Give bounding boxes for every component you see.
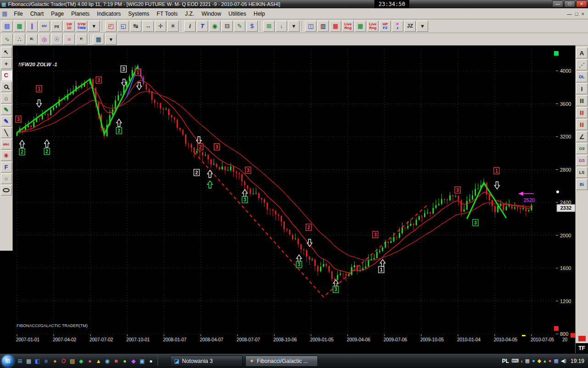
toolbar-asterisk-icon[interactable]: ✳	[167, 21, 179, 32]
bank-tool[interactable]: ⌂	[1, 93, 12, 104]
toolbar-wave-icon[interactable]: ∿	[1, 34, 13, 45]
toolbar-volume-icon[interactable]: ↓	[276, 21, 287, 32]
quicklaunch-icon-5[interactable]: ●	[51, 356, 59, 366]
quicklaunch-icon-2[interactable]: ▦	[24, 356, 33, 366]
menu-item-indicators[interactable]: Indicators	[93, 10, 124, 18]
text-abc-tool[interactable]: abc	[1, 139, 12, 150]
bars-black-tool[interactable]: ∥∥	[576, 95, 588, 106]
astro-a-tool[interactable]: A	[576, 47, 588, 58]
quicklaunch-icon-3[interactable]: ◧	[33, 356, 42, 366]
i-channel-tool[interactable]: I	[576, 83, 588, 94]
toolbar-hp-fz-icon[interactable]: HPFZ	[379, 21, 391, 32]
quicklaunch-icon-1[interactable]: ⊞	[16, 356, 24, 366]
circle-tool[interactable]: ○	[1, 173, 12, 184]
toolbar-page-label-icon[interactable]: pg	[51, 21, 62, 32]
tray-chevron[interactable]: ‹	[521, 358, 523, 364]
quicklaunch-icon-10[interactable]: ▲	[94, 356, 103, 366]
close-button[interactable]: ×	[576, 0, 587, 7]
toolbar-candle-page-icon[interactable]: ▥	[317, 21, 329, 32]
pencil-blue-tool[interactable]: ✎	[1, 116, 12, 126]
menu-item-window[interactable]: Window	[198, 10, 225, 18]
menu-item-j-z-[interactable]: J.Z.	[181, 10, 198, 18]
toolbar-planet-icon[interactable]: ☉	[51, 34, 62, 45]
toolbar-heat-grid-2-icon[interactable]: ▦	[355, 21, 366, 32]
toolbar-dots-icon[interactable]: ∴	[14, 34, 25, 45]
keyboard-language[interactable]: PL	[502, 358, 509, 364]
quicklaunch-icon-6[interactable]: O	[59, 356, 68, 366]
toolbar-jz-icon[interactable]: JZ	[404, 21, 416, 32]
g9-tool[interactable]: G9	[576, 143, 588, 154]
toolbar-sym-time-icon[interactable]: SYMTIME	[76, 21, 87, 32]
quicklaunch-icon-4[interactable]: e	[42, 356, 51, 366]
cycle-tool[interactable]: C	[1, 70, 12, 80]
tray-icon-3[interactable]: ◆	[537, 358, 541, 364]
toolbar-box-red-icon[interactable]: ◰	[105, 21, 117, 32]
bars-red-tool[interactable]: ∥∥	[576, 107, 588, 118]
toolbar-grid-icon[interactable]: ▦	[93, 34, 104, 45]
start-button[interactable]: ⊞	[2, 355, 14, 367]
toolbar-interval-dropdown-icon[interactable]: ▾	[88, 21, 100, 32]
gann-angle-tool[interactable]: ∠	[576, 131, 588, 142]
chart-corner-red-marker[interactable]	[554, 326, 559, 331]
menu-item-systems[interactable]: Systems	[124, 10, 153, 18]
toolbar-print-icon[interactable]: ⊟	[221, 21, 233, 32]
toolbar-expand-icon[interactable]: ↔	[142, 21, 154, 32]
gs-tool[interactable]: GS	[576, 155, 588, 166]
quicklaunch-icon-15[interactable]: ▣	[138, 356, 147, 366]
chart-area[interactable]: 3122331223233323313312007-01-012007-04-0…	[13, 46, 575, 353]
menu-item-planets[interactable]: Planets	[68, 10, 93, 18]
menu-item-ft-tools[interactable]: FT Tools	[153, 10, 181, 18]
toolbar-new-page-icon[interactable]: ▤	[1, 21, 13, 32]
child-minimize-button[interactable]: —	[567, 11, 572, 17]
toolbar-draw-dropdown-icon[interactable]: ▾	[105, 34, 117, 45]
child-restore-button[interactable]: □	[575, 11, 578, 17]
tray-icon-1[interactable]: ▦	[525, 358, 530, 364]
taskbar-window-button-2[interactable]: ✦Fibonacci/Galactic ...	[245, 356, 318, 367]
toolbar-waves-icon[interactable]: ≈	[63, 34, 75, 45]
quicklaunch-icon-16[interactable]: ●	[147, 356, 155, 366]
toolbar-f-z-icon[interactable]: Fz	[392, 21, 403, 32]
minimize-button[interactable]: —	[552, 0, 563, 7]
dl-tool[interactable]: DL	[576, 71, 588, 82]
bi-tool[interactable]: Bi	[576, 179, 588, 190]
chart-corner-green-marker[interactable]	[554, 51, 559, 56]
star-tool[interactable]: ✳	[1, 150, 12, 161]
maximize-button[interactable]: □	[564, 0, 575, 7]
bars-red2-tool[interactable]: ∥∥	[576, 119, 588, 130]
ellipse-tool[interactable]	[1, 185, 12, 196]
toolbar-grid-add-icon[interactable]: ⊞	[263, 21, 275, 32]
tray-icon-2[interactable]: ●	[532, 358, 535, 364]
toolbar-live-range-1-icon[interactable]: LiveRng	[342, 21, 354, 32]
menu-item-utilities[interactable]: Utilities	[225, 10, 250, 18]
quicklaunch-icon-7[interactable]: ▤	[68, 356, 77, 366]
tray-icon-6[interactable]: ▦	[554, 358, 558, 364]
pencil-green-tool[interactable]: ✎	[1, 104, 12, 115]
quicklaunch-icon-8[interactable]: ◆	[77, 356, 85, 366]
menu-item-file[interactable]: File	[10, 10, 26, 18]
toolbar-compress-icon[interactable]: ↹	[130, 21, 141, 32]
zoom-tool[interactable]	[1, 81, 12, 92]
toolbar-pan-icon[interactable]: ✛	[155, 21, 166, 32]
pointer-tool[interactable]: ↖	[1, 47, 12, 58]
keyboard-icon[interactable]: ⌨	[511, 358, 519, 364]
timeframe-button[interactable]: TF	[576, 343, 588, 353]
toolbar-spiral-icon[interactable]: ◎	[39, 34, 50, 45]
toolbar-hilo-style-icon[interactable]: HV	[39, 21, 50, 32]
angles-tool[interactable]: ⋰	[576, 59, 588, 70]
child-close-button[interactable]: ×	[582, 11, 584, 17]
toolbar-live-range-2-icon[interactable]: LiveRng	[367, 21, 379, 32]
fibonacci-tool[interactable]: F	[1, 162, 12, 172]
toolbar-globe-icon[interactable]: ◉	[209, 21, 220, 32]
price-chart[interactable]: 3122331223233323313312007-01-012007-04-0…	[13, 46, 575, 353]
menu-item-chart[interactable]: Chart	[27, 10, 47, 18]
quicklaunch-icon-14[interactable]: ◆	[129, 356, 138, 366]
tray-icon-5[interactable]: ●	[548, 358, 552, 364]
toolbar-notes-icon[interactable]: ✎	[234, 21, 245, 32]
menu-item-help[interactable]: Help	[250, 10, 269, 18]
quicklaunch-icon-9[interactable]: ●	[85, 356, 94, 366]
quicklaunch-icon-12[interactable]: ■	[112, 356, 120, 366]
toolbar-interval-icon[interactable]: 1W1D	[63, 21, 75, 32]
trendline-tool[interactable]: ╲	[1, 127, 12, 138]
menu-item-page[interactable]: Page	[47, 10, 68, 18]
toolbar-dollar-icon[interactable]: $	[246, 21, 258, 32]
